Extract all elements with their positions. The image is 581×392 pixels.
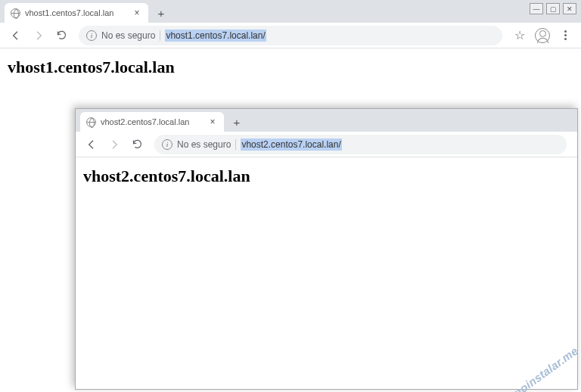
forward-button[interactable]: [104, 135, 124, 154]
back-button[interactable]: [6, 26, 26, 45]
close-tab-icon[interactable]: ×: [207, 117, 218, 127]
url-text: vhost1.centos7.local.lan/: [165, 30, 266, 42]
tab-title: vhost2.centos7.local.lan: [101, 117, 203, 126]
toolbar: i No es seguro vhost1.centos7.local.lan/…: [0, 23, 581, 48]
close-window-button[interactable]: ✕: [563, 3, 576, 14]
maximize-button[interactable]: ▢: [546, 3, 560, 14]
address-bar[interactable]: i No es seguro vhost1.centos7.local.lan/: [79, 26, 502, 45]
minimize-button[interactable]: —: [530, 3, 543, 14]
insecure-label: No es seguro: [101, 30, 155, 41]
close-tab-icon[interactable]: ×: [132, 8, 142, 18]
info-icon[interactable]: i: [86, 30, 97, 41]
browser-tab[interactable]: vhost1.centos7.local.lan ×: [5, 3, 148, 23]
insecure-label: No es seguro: [177, 139, 231, 150]
new-tab-button[interactable]: +: [228, 114, 245, 130]
reload-button[interactable]: [51, 26, 71, 45]
address-bar[interactable]: i No es seguro vhost2.centos7.local.lan/: [154, 135, 567, 154]
tab-bar: vhost2.centos7.local.lan × +: [76, 109, 577, 132]
browser-tab[interactable]: vhost2.centos7.local.lan ×: [80, 112, 224, 132]
divider: [160, 30, 160, 41]
menu-dots-icon[interactable]: [555, 26, 575, 45]
new-tab-button[interactable]: +: [153, 5, 169, 21]
page-heading: vhost2.centos7.local.lan: [83, 166, 570, 186]
bookmark-star-icon[interactable]: ☆: [510, 26, 530, 45]
page-content: vhost2.centos7.local.lan: [76, 157, 577, 195]
reload-button[interactable]: [127, 135, 147, 154]
browser-window-2: vhost2.centos7.local.lan × + i No es seg…: [75, 108, 578, 390]
tab-bar: vhost1.centos7.local.lan × + — ▢ ✕: [0, 0, 581, 23]
profile-avatar-icon[interactable]: [533, 26, 552, 45]
forward-button[interactable]: [29, 26, 48, 45]
url-text: vhost2.centos7.local.lan/: [241, 138, 341, 151]
globe-icon: [86, 117, 96, 127]
globe-icon: [11, 8, 20, 18]
window-controls: — ▢ ✕: [530, 3, 576, 14]
toolbar: i No es seguro vhost2.centos7.local.lan/: [76, 132, 577, 157]
divider: [235, 139, 236, 150]
info-icon[interactable]: i: [162, 139, 172, 150]
page-heading: vhost1.centos7.local.lan: [8, 58, 573, 77]
page-content: vhost1.centos7.local.lan: [0, 48, 581, 86]
tab-title: vhost1.centos7.local.lan: [25, 8, 127, 17]
back-button[interactable]: [82, 135, 101, 154]
